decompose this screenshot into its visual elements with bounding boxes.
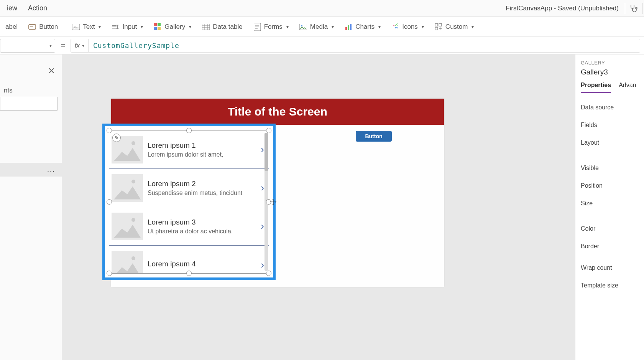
ribbon-button[interactable]: Button <box>23 17 63 36</box>
separator <box>625 3 625 14</box>
resize-handle[interactable] <box>266 271 271 276</box>
gallery-item[interactable]: Lorem ipsum 4 › <box>109 246 269 273</box>
placeholder-image-icon <box>112 213 143 240</box>
prop-visible[interactable]: Visible <box>581 159 644 177</box>
chevron-right-icon[interactable]: › <box>261 220 264 232</box>
prop-size[interactable]: Size <box>581 195 644 212</box>
canvas-button[interactable]: Button <box>356 131 392 142</box>
resize-handle[interactable] <box>186 128 192 133</box>
ribbon-media[interactable]: Media ▾ <box>294 17 339 36</box>
ribbon-datatable[interactable]: Data table <box>197 17 248 36</box>
resize-handle[interactable] <box>266 128 271 133</box>
svg-rect-2 <box>30 26 33 26</box>
gallery-label: Gallery <box>164 23 185 31</box>
property-tabs: Properties Advan <box>581 82 644 93</box>
scrollbar-thumb[interactable] <box>264 133 268 171</box>
menu-view[interactable]: iew <box>2 4 23 12</box>
prop-fields[interactable]: Fields <box>581 116 644 134</box>
chevron-down-icon: ▾ <box>49 43 52 48</box>
svg-rect-28 <box>435 27 438 30</box>
charts-icon <box>345 23 352 31</box>
prop-data-source[interactable]: Data source <box>581 99 644 116</box>
tree-search-input[interactable] <box>0 97 58 111</box>
stethoscope-icon[interactable] <box>629 4 638 13</box>
menubar: iew Action FirstCanvasApp - Saved (Unpub… <box>0 0 644 17</box>
ribbon-gallery[interactable]: Gallery ▾ <box>148 17 197 36</box>
text-icon: Abc <box>72 23 80 31</box>
svg-rect-24 <box>348 25 349 30</box>
prop-position[interactable]: Position <box>581 177 644 195</box>
tree-selected-item[interactable]: ... <box>0 163 62 177</box>
placeholder-image-icon <box>112 174 143 202</box>
item-subtitle: Suspendisse enim metus, tincidunt <box>148 190 256 197</box>
close-icon[interactable]: ✕ <box>48 66 55 76</box>
chevron-down-icon: ▾ <box>286 24 289 30</box>
prop-wrap-count[interactable]: Wrap count <box>581 259 644 277</box>
formula-input[interactable]: CustomGallerySample <box>89 41 640 50</box>
gallery-item[interactable]: Lorem ipsum 3 Ut pharetra a dolor ac veh… <box>109 207 269 246</box>
input-label: Input <box>122 23 137 31</box>
canvas-area[interactable]: Title of the Screen Button ✎ Lorem ipsum… <box>62 54 575 360</box>
resize-handle[interactable] <box>186 271 192 276</box>
tree-view-panel: ✕ nts ... <box>0 54 62 360</box>
ribbon-custom[interactable]: Custom ▾ <box>429 17 480 36</box>
resize-handle[interactable] <box>107 271 112 276</box>
chevron-down-icon: ▾ <box>189 24 191 30</box>
ribbon-icons[interactable]: Icons ▾ <box>386 17 429 36</box>
placeholder-image-icon <box>112 251 143 273</box>
charts-label: Charts <box>355 23 375 31</box>
chevron-right-icon[interactable]: › <box>261 259 264 271</box>
chevron-down-icon: ▾ <box>141 24 143 30</box>
menu-action[interactable]: Action <box>23 4 53 12</box>
resize-handle[interactable] <box>107 128 112 133</box>
screen-title-bar[interactable]: Title of the Screen <box>111 99 444 125</box>
datatable-icon <box>202 23 210 31</box>
gallery-item[interactable]: Lorem ipsum 2 Suspendisse enim metus, ti… <box>109 169 269 207</box>
custom-label: Custom <box>445 23 468 31</box>
prop-color[interactable]: Color <box>581 220 644 238</box>
gallery-item[interactable]: Lorem ipsum 1 Lorem ipsum dolor sit amet… <box>109 130 269 169</box>
svg-rect-23 <box>345 27 347 30</box>
button-icon <box>28 23 36 31</box>
gallery-control[interactable]: ✎ Lorem ipsum 1 Lorem ipsum dolor sit am… <box>102 124 276 280</box>
item-subtitle: Ut pharetra a dolor ac vehicula. <box>148 228 256 235</box>
separator <box>642 3 642 14</box>
chevron-right-icon[interactable]: › <box>261 144 264 155</box>
ribbon-text[interactable]: Abc Text ▾ <box>67 17 106 36</box>
svg-point-22 <box>301 25 302 26</box>
ribbon-forms[interactable]: Forms ▾ <box>248 17 294 36</box>
svg-rect-9 <box>158 23 161 26</box>
tab-properties[interactable]: Properties <box>581 82 611 93</box>
prop-layout[interactable]: Layout <box>581 134 644 152</box>
item-title: Lorem ipsum 4 <box>148 260 256 268</box>
svg-rect-25 <box>350 24 352 30</box>
forms-icon <box>253 23 261 31</box>
fx-label: fx▾ <box>71 39 89 52</box>
app-title: FirstCanvasApp - Saved (Unpublished) <box>506 5 621 12</box>
prop-border[interactable]: Border <box>581 238 644 255</box>
ribbon-toolbar: abel Button Abc Text ▾ Input ▾ Gallery ▾… <box>0 17 644 37</box>
resize-handle[interactable] <box>107 199 112 205</box>
chevron-down-icon: ▾ <box>378 24 381 30</box>
ribbon-label[interactable]: abel <box>0 17 23 36</box>
chevron-right-icon[interactable]: › <box>261 182 264 194</box>
gallery-icon <box>154 23 161 31</box>
svg-rect-26 <box>435 23 438 26</box>
property-selector[interactable]: ▾ <box>0 39 55 53</box>
formula-bar: ▾ = fx▾ CustomGallerySample <box>0 37 644 54</box>
label-text: abel <box>5 23 18 31</box>
separator <box>65 20 65 34</box>
tab-advanced[interactable]: Advan <box>619 82 636 93</box>
text-label: Text <box>83 23 95 31</box>
chevron-down-icon: ▾ <box>99 24 101 30</box>
prop-template-size[interactable]: Template size <box>581 277 644 294</box>
svg-rect-11 <box>158 27 161 30</box>
edit-pencil-icon[interactable]: ✎ <box>112 134 121 142</box>
formula-input-box[interactable]: fx▾ CustomGallerySample <box>71 39 640 53</box>
ribbon-charts[interactable]: Charts ▾ <box>339 17 386 36</box>
item-title: Lorem ipsum 3 <box>148 218 256 226</box>
ribbon-input[interactable]: Input ▾ <box>106 17 148 36</box>
svg-rect-1 <box>29 24 36 29</box>
tree-tab-label: nts <box>0 85 16 96</box>
item-subtitle: Lorem ipsum dolor sit amet, <box>148 151 256 158</box>
